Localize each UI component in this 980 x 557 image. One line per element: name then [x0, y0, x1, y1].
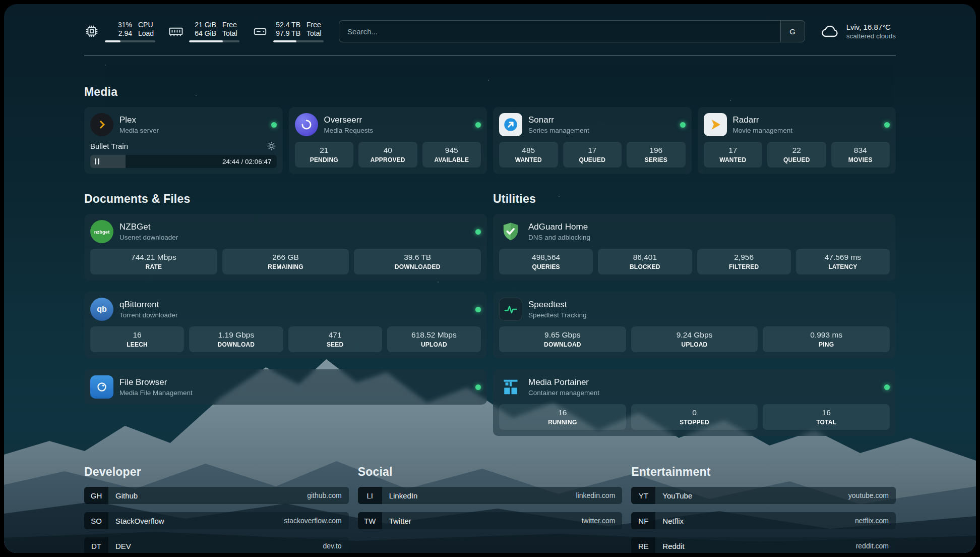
cpu-usage-label: CPU [138, 21, 153, 29]
service-card-portainer[interactable]: Media Portainer Container management 16R… [493, 369, 896, 436]
service-card-sonarr[interactable]: Sonarr Series management 485WANTED 17QUE… [493, 107, 692, 174]
service-description: Media server [119, 127, 159, 134]
bookmark-linkedin[interactable]: LI LinkedIn linkedin.com [358, 487, 623, 504]
service-description: Torrent downloader [119, 311, 178, 319]
search-provider-button[interactable]: G [780, 21, 805, 42]
bookmark-url: twitter.com [581, 517, 615, 525]
service-card-plex[interactable]: Plex Media server Bullet Train [84, 107, 283, 174]
stat-box: 196SERIES [627, 142, 686, 168]
service-card-nzbget[interactable]: nzbget NZBGet Usenet downloader 744.21 M… [84, 214, 487, 281]
stat-box: 498,564QUERIES [499, 249, 593, 274]
bookmark-name: Reddit [662, 542, 684, 550]
disk-icon [253, 24, 268, 39]
cpu-load-label: Load [138, 29, 154, 38]
memory-total-value: 64 GiB [189, 29, 216, 38]
portainer-icon [499, 375, 522, 399]
bookmark-name: DEV [115, 542, 131, 550]
stat-box: 1.19 GbpsDOWNLOAD [189, 326, 283, 352]
service-description: Movie management [733, 127, 793, 134]
qbittorrent-icon: qb [90, 298, 113, 321]
stat-box: 0.993 msPING [763, 326, 890, 352]
bookmark-url: reddit.com [856, 542, 889, 550]
bookmark-stackoverflow[interactable]: SO StackOverflow stackoverflow.com [84, 512, 349, 529]
status-indicator [475, 229, 481, 235]
bookmark-abbr: RE [631, 537, 655, 553]
cpu-load-value: 2.94 [105, 29, 132, 38]
stat-box: 21PENDING [295, 142, 354, 168]
nzbget-icon: nzbget [90, 220, 113, 243]
stat-box: 47.569 msLATENCY [796, 249, 890, 274]
service-name: qBittorrent [119, 300, 178, 310]
settings-gear-icon[interactable] [267, 141, 277, 151]
service-description: Container management [528, 389, 599, 397]
header-divider [84, 55, 896, 56]
bookmark-reddit[interactable]: RE Reddit reddit.com [631, 537, 896, 553]
stat-box: 16LEECH [90, 326, 184, 352]
bookmark-url: dev.to [323, 542, 342, 550]
service-description: Usenet downloader [119, 234, 178, 241]
bookmark-name: Twitter [389, 517, 411, 525]
stat-box: 618.52 MbpsUPLOAD [387, 326, 481, 352]
service-name: AdGuard Home [528, 222, 590, 232]
bookmark-name: Github [115, 491, 138, 500]
service-description: Media File Management [119, 389, 193, 397]
service-name: Media Portainer [528, 377, 599, 387]
memory-progress-bar [189, 40, 239, 42]
bookmark-netflix[interactable]: NF Netflix netflix.com [631, 512, 896, 529]
radarr-icon [704, 113, 727, 136]
status-indicator [475, 307, 481, 312]
service-description: Speedtest Tracking [528, 311, 587, 319]
bookmark-url: netflix.com [855, 517, 889, 525]
service-card-speedtest[interactable]: Speedtest Speedtest Tracking 9.65 GbpsDO… [493, 292, 896, 358]
bookmark-youtube[interactable]: YT YouTube youtube.com [631, 487, 896, 504]
adguard-icon [499, 220, 522, 243]
service-card-adguard[interactable]: AdGuard Home DNS and adblocking 498,564Q… [493, 214, 896, 281]
bookmark-dev[interactable]: DT DEV dev.to [84, 537, 349, 553]
bookmark-url: linkedin.com [576, 491, 616, 499]
disk-total-label: Total [307, 29, 322, 38]
cloud-icon [820, 21, 840, 41]
search-input[interactable] [339, 21, 780, 42]
bookmark-twitter[interactable]: TW Twitter twitter.com [358, 512, 623, 529]
status-indicator [271, 122, 277, 128]
service-card-qbittorrent[interactable]: qb qBittorrent Torrent downloader 16LEEC… [84, 292, 487, 358]
weather-widget: Lviv, 16.87°C scattered clouds [820, 21, 896, 41]
bookmark-abbr: GH [84, 487, 108, 504]
weather-condition: scattered clouds [846, 32, 896, 40]
bookmark-abbr: DT [84, 537, 108, 553]
bookmark-abbr: YT [631, 487, 655, 504]
bookmark-github[interactable]: GH Github github.com [84, 487, 349, 504]
disk-widget: 52.4 TBFree 97.9 TBTotal [253, 21, 324, 42]
service-card-filebrowser[interactable]: File Browser Media File Management [84, 369, 487, 405]
service-card-overseerr[interactable]: Overseerr Media Requests 21PENDING 40APP… [289, 107, 487, 174]
stat-box: 471SEED [288, 326, 382, 352]
stat-box: 9.65 GbpsDOWNLOAD [499, 326, 626, 352]
stat-box: 0STOPPED [631, 404, 758, 430]
bookmark-name: StackOverflow [115, 517, 164, 525]
cpu-widget: 31%CPU 2.94Load [84, 21, 155, 42]
stat-box: 17QUEUED [563, 142, 622, 168]
dashboard-page: 31%CPU 2.94Load 21 GiBFree 64 Gi [4, 4, 976, 553]
status-indicator [884, 384, 890, 390]
bookmark-name: Netflix [662, 517, 684, 525]
section-utilities: Utilities AdGu [493, 192, 896, 436]
status-indicator [475, 122, 481, 128]
stat-box: 945AVAILABLE [422, 142, 481, 168]
bookmark-abbr: SO [84, 512, 108, 529]
service-description: DNS and adblocking [528, 234, 590, 241]
stat-box: 16RUNNING [499, 404, 626, 430]
stat-box: 40APPROVED [358, 142, 417, 168]
cpu-usage-value: 31% [105, 21, 132, 29]
filebrowser-icon [90, 375, 113, 399]
section-media: Media Plex Media server Bullet [84, 85, 896, 174]
service-card-radarr[interactable]: Radarr Movie management 17WANTED 22QUEUE… [698, 107, 896, 174]
cpu-progress-bar [105, 40, 155, 42]
service-name: Overseerr [324, 115, 374, 125]
stat-box: 834MOVIES [831, 142, 890, 168]
bookmark-url: youtube.com [848, 491, 889, 499]
service-name: Speedtest [528, 300, 587, 310]
playback-progress-bar: 24:44 / 02:06:47 [90, 155, 277, 168]
now-playing-title: Bullet Train [90, 142, 128, 150]
pause-icon[interactable] [95, 158, 99, 164]
service-description: Series management [528, 127, 589, 134]
